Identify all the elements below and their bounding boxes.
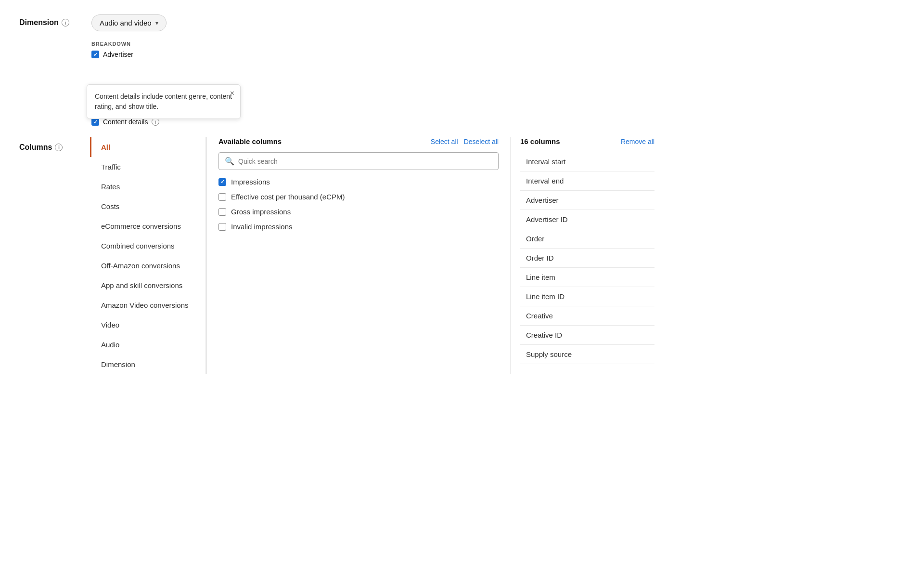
gross-impressions-checkbox[interactable] xyxy=(218,208,226,216)
gross-impressions-label: Gross impressions xyxy=(231,208,291,216)
advertiser-label: Advertiser xyxy=(103,51,133,58)
search-input[interactable] xyxy=(238,158,492,165)
chevron-down-icon: ▾ xyxy=(155,20,158,26)
column-option-ecpm: Effective cost per thousand (eCPM) xyxy=(218,193,499,201)
selected-item-interval-end: Interval end xyxy=(520,171,654,191)
column-option-impressions: Impressions xyxy=(218,178,499,186)
dimension-dropdown-value: Audio and video xyxy=(100,19,152,27)
selected-item-order-id: Order ID xyxy=(520,249,654,268)
selected-item-advertiser: Advertiser xyxy=(520,191,654,210)
available-columns-panel: Available columns Select all Deselect al… xyxy=(207,137,510,374)
selected-columns-header: 16 columns Remove all xyxy=(520,137,654,145)
advertiser-checkbox[interactable] xyxy=(91,51,99,58)
selected-item-advertiser-id: Advertiser ID xyxy=(520,210,654,229)
category-item-traffic[interactable]: Traffic xyxy=(90,157,205,177)
column-actions: Select all Deselect all xyxy=(431,138,499,145)
tooltip-text: Content details include content genre, c… xyxy=(95,92,232,110)
category-item-combined[interactable]: Combined conversions xyxy=(90,236,205,256)
search-icon: 🔍 xyxy=(225,157,234,166)
selected-item-interval-start: Interval start xyxy=(520,152,654,171)
tooltip-close-button[interactable]: × xyxy=(230,90,234,97)
category-item-costs[interactable]: Costs xyxy=(90,197,205,216)
deselect-all-link[interactable]: Deselect all xyxy=(464,138,499,145)
column-option-invalid-impressions: Invalid impressions xyxy=(218,223,499,231)
category-item-ecommerce[interactable]: eCommerce conversions xyxy=(90,216,205,236)
breakdown-label: BREAKDOWN xyxy=(91,41,654,47)
impressions-label: Impressions xyxy=(231,178,270,186)
dimension-row: Dimension i Audio and video ▾ xyxy=(19,14,654,31)
breakdown-item-advertiser: Advertiser xyxy=(91,51,654,58)
category-item-video[interactable]: Video xyxy=(90,315,205,335)
columns-label: Columns i xyxy=(19,137,82,152)
available-columns-title: Available columns xyxy=(218,137,282,145)
page-container: Dimension i Audio and video ▾ BREAKDOWN … xyxy=(0,0,674,389)
selected-item-line-item: Line item xyxy=(520,268,654,287)
selected-item-supply-source: Supply source xyxy=(520,345,654,364)
columns-content: All Traffic Rates Costs eCommerce conver… xyxy=(91,137,654,374)
category-item-offamazon[interactable]: Off-Amazon conversions xyxy=(90,256,205,276)
search-box: 🔍 xyxy=(218,152,499,170)
category-item-audio[interactable]: Audio xyxy=(90,335,205,355)
content-details-info-icon[interactable]: i xyxy=(152,118,159,126)
selected-columns-panel: 16 columns Remove all Interval start Int… xyxy=(510,137,654,374)
content-details-label: Content details xyxy=(103,118,148,126)
content-details-checkbox[interactable] xyxy=(91,118,99,126)
remove-all-link[interactable]: Remove all xyxy=(621,138,654,145)
category-item-appskill[interactable]: App and skill conversions xyxy=(90,276,205,295)
available-columns-header: Available columns Select all Deselect al… xyxy=(218,137,499,145)
ecpm-checkbox[interactable] xyxy=(218,193,226,201)
selected-columns-count: 16 columns xyxy=(520,137,560,145)
dimension-info-icon[interactable]: i xyxy=(62,19,69,26)
selected-item-creative-id: Creative ID xyxy=(520,326,654,345)
dimension-label: Dimension i xyxy=(19,14,82,27)
invalid-impressions-label: Invalid impressions xyxy=(231,223,293,231)
columns-text: Columns xyxy=(19,143,52,152)
impressions-checkbox[interactable] xyxy=(218,178,226,186)
ecpm-label: Effective cost per thousand (eCPM) xyxy=(231,193,345,201)
selected-item-creative: Creative xyxy=(520,306,654,326)
breakdown-item-content-details: Content details i xyxy=(91,118,654,126)
columns-row: Columns i All Traffic Rates Costs eComme… xyxy=(19,137,654,374)
select-all-link[interactable]: Select all xyxy=(431,138,458,145)
selected-item-line-item-id: Line item ID xyxy=(520,287,654,306)
selected-item-order: Order xyxy=(520,229,654,249)
category-item-amazonvideo[interactable]: Amazon Video conversions xyxy=(90,295,205,315)
columns-info-icon[interactable]: i xyxy=(55,144,63,151)
category-item-rates[interactable]: Rates xyxy=(90,177,205,197)
category-list: All Traffic Rates Costs eCommerce conver… xyxy=(91,137,207,374)
dimension-text: Dimension xyxy=(19,18,59,27)
column-option-gross-impressions: Gross impressions xyxy=(218,208,499,216)
dimension-dropdown[interactable]: Audio and video ▾ xyxy=(91,14,167,31)
breakdown-section: BREAKDOWN Advertiser × Content details i… xyxy=(91,41,654,126)
category-item-dimension[interactable]: Dimension xyxy=(90,355,205,374)
invalid-impressions-checkbox[interactable] xyxy=(218,223,226,231)
content-details-tooltip: × Content details include content genre,… xyxy=(87,84,241,119)
category-item-all[interactable]: All xyxy=(90,137,205,157)
